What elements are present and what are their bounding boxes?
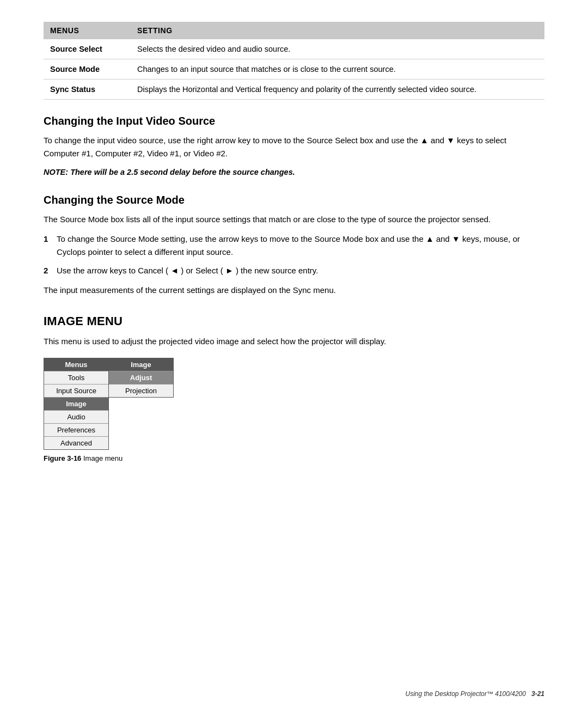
col-menus-header: MENUS <box>44 22 131 39</box>
list-item: 1To change the Source Mode setting, use … <box>44 233 544 259</box>
footer-text: Using the Desktop Projector™ 4100/4200 <box>405 690 525 698</box>
menu-left-col: Menus Tools Input Source Image Audio Pre… <box>44 358 109 450</box>
list-item: 2Use the arrow keys to Cancel ( ◄ ) or S… <box>44 264 544 277</box>
menu-item-tools: Tools <box>44 371 108 384</box>
menu-diagram-container: Menus Tools Input Source Image Audio Pre… <box>44 358 544 462</box>
section1-heading: Changing the Input Video Source <box>44 115 544 127</box>
menu-item-input-source: Input Source <box>44 384 108 397</box>
menu-item-preferences: Preferences <box>44 423 108 436</box>
table-row: Sync Status Displays the Horizontal and … <box>44 80 544 100</box>
menu-right-header: Image <box>109 358 173 371</box>
footer-page: 3-21 <box>531 690 544 698</box>
menu-left-header: Menus <box>44 358 108 371</box>
menu-setting-sync-status: Displays the Horizontal and Vertical fre… <box>131 80 544 100</box>
menu-right-col: Image Adjust Projection <box>108 358 174 398</box>
figure-caption-text: Image menu <box>83 454 122 462</box>
step-number: 2 <box>44 264 48 277</box>
submenu-item-adjust: Adjust <box>109 371 173 384</box>
section1-body: To change the input video source, use th… <box>44 134 544 160</box>
section3-heading: IMAGE MENU <box>44 314 544 328</box>
submenu-item-projection: Projection <box>109 384 173 397</box>
section2-body: The Source Mode box lists all of the inp… <box>44 213 544 226</box>
step1-text: To change the Source Mode setting, use t… <box>57 234 520 257</box>
menu-name-sync-status: Sync Status <box>44 80 131 100</box>
menu-name-source-mode: Source Mode <box>44 59 131 80</box>
section1-note: NOTE: There will be a 2.5 second delay b… <box>44 167 544 179</box>
figure-caption: Figure 3-16 Image menu <box>44 454 544 462</box>
settings-table: MENUS SETTING Source Select Selects the … <box>44 22 544 100</box>
menu-item-image: Image <box>44 397 108 410</box>
menu-name-source-select: Source Select <box>44 39 131 59</box>
page-footer: Using the Desktop Projector™ 4100/4200 3… <box>405 690 544 698</box>
section2-steps: 1To change the Source Mode setting, use … <box>44 233 544 277</box>
table-row: Source Mode Changes to an input source t… <box>44 59 544 80</box>
table-row: Source Select Selects the desired video … <box>44 39 544 59</box>
col-setting-header: SETTING <box>131 22 544 39</box>
section2-heading: Changing the Source Mode <box>44 194 544 206</box>
section2-closing: The input measurements of the current se… <box>44 284 544 297</box>
step2-text: Use the arrow keys to Cancel ( ◄ ) or Se… <box>57 266 318 275</box>
step-number: 1 <box>44 233 48 246</box>
menu-setting-source-select: Selects the desired video and audio sour… <box>131 39 544 59</box>
menu-setting-source-mode: Changes to an input source that matches … <box>131 59 544 80</box>
menu-item-audio: Audio <box>44 410 108 423</box>
section3-body: This menu is used to adjust the projecte… <box>44 335 544 348</box>
menu-item-advanced: Advanced <box>44 436 108 449</box>
menu-diagram: Menus Tools Input Source Image Audio Pre… <box>44 358 196 450</box>
figure-caption-label: Figure 3-16 <box>44 454 81 462</box>
